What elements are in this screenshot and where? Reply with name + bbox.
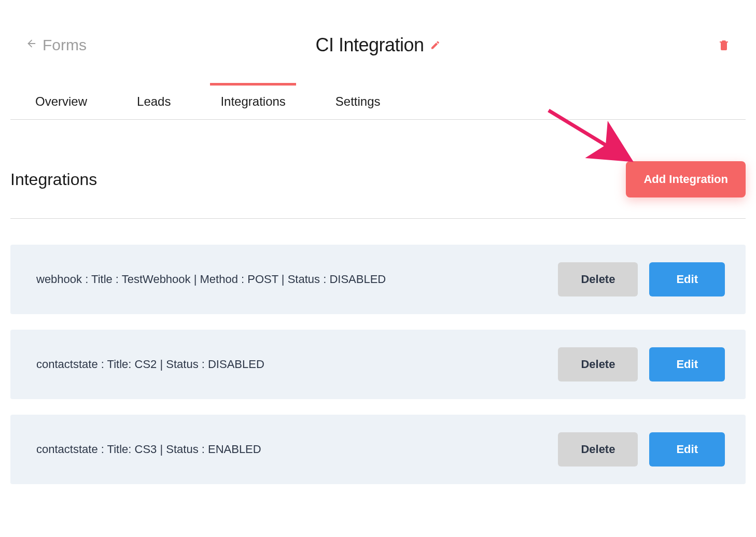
item-actions: Delete Edit — [558, 347, 725, 381]
list-item: contactstate : Title: CS2 | Status : DIS… — [10, 330, 746, 399]
tab-overview[interactable]: Overview — [31, 85, 91, 119]
add-integration-button[interactable]: Add Integration — [626, 161, 746, 197]
section-title: Integrations — [10, 170, 97, 189]
tab-leads[interactable]: Leads — [133, 85, 175, 119]
delete-button[interactable]: Delete — [558, 347, 638, 381]
integration-text: contactstate : Title: CS2 | Status : DIS… — [36, 357, 264, 372]
section-header: Integrations Add Integration — [10, 120, 746, 219]
tab-integrations[interactable]: Integrations — [216, 85, 289, 119]
integrations-list: webhook : Title : TestWebhook | Method :… — [10, 245, 746, 484]
integration-text: contactstate : Title: CS3 | Status : ENA… — [36, 442, 261, 457]
delete-button[interactable]: Delete — [558, 262, 638, 296]
breadcrumb-label: Forms — [43, 36, 87, 54]
edit-button[interactable]: Edit — [649, 432, 725, 467]
edit-button[interactable]: Edit — [649, 347, 725, 381]
trash-icon[interactable] — [718, 38, 730, 52]
page-header: Forms CI Integration — [10, 36, 746, 54]
title-wrap: CI Integration — [315, 34, 440, 56]
tabs: Overview Leads Integrations Settings — [10, 85, 746, 120]
arrow-left-icon — [26, 38, 37, 52]
breadcrumb-back[interactable]: Forms — [26, 36, 87, 54]
list-item: webhook : Title : TestWebhook | Method :… — [10, 245, 746, 314]
tab-settings[interactable]: Settings — [331, 85, 385, 119]
list-item: contactstate : Title: CS3 | Status : ENA… — [10, 415, 746, 484]
item-actions: Delete Edit — [558, 262, 725, 296]
edit-button[interactable]: Edit — [649, 262, 725, 296]
page-title: CI Integration — [315, 34, 424, 56]
integration-text: webhook : Title : TestWebhook | Method :… — [36, 272, 386, 287]
item-actions: Delete Edit — [558, 432, 725, 467]
delete-button[interactable]: Delete — [558, 432, 638, 467]
pencil-icon[interactable] — [430, 40, 441, 50]
